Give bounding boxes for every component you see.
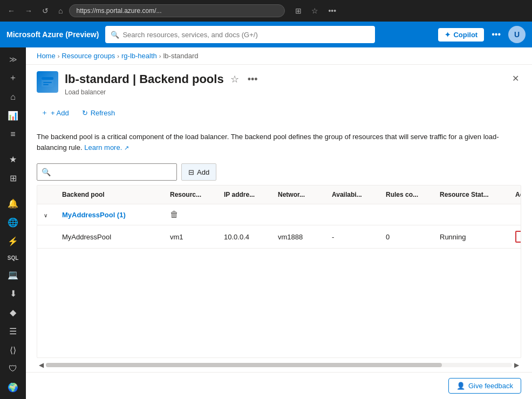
copilot-button[interactable]: ✦ Copilot: [438, 28, 484, 42]
row-resource-status: Running: [435, 228, 511, 246]
scroll-track[interactable]: [46, 363, 512, 367]
sidebar-item-globe2[interactable]: 🌍: [2, 379, 24, 396]
favorite-button[interactable]: ☆: [228, 71, 241, 87]
group-empty-6: [381, 209, 435, 220]
sidebar-item-resources[interactable]: ⊞: [2, 170, 24, 187]
feedback-icon: 👤: [456, 382, 465, 390]
back-button[interactable]: ←: [4, 4, 18, 17]
favorites-button[interactable]: ☆: [309, 5, 321, 17]
add-icon: ＋: [41, 108, 48, 118]
admin-state-badge: None: [515, 231, 521, 243]
close-button[interactable]: ✕: [510, 71, 521, 86]
row-ip-address: 10.0.0.4: [220, 228, 274, 246]
delete-group-button[interactable]: 🗑: [170, 210, 179, 219]
sidebar-item-lightning[interactable]: ⚡: [2, 233, 24, 250]
row-resource: vm1: [166, 228, 220, 246]
browser-toolbar: ⊞ ☆ •••: [292, 5, 339, 17]
col-network: Networ...: [274, 185, 328, 204]
row-admin-state: None: [511, 225, 521, 248]
page-footer: 👤 Give feedback: [26, 372, 532, 399]
group-empty-3: [220, 209, 274, 220]
copilot-icon: ✦: [445, 31, 451, 39]
refresh-icon: ↻: [82, 109, 88, 117]
horizontal-scrollbar[interactable]: ◀ ▶: [26, 358, 532, 372]
azure-search-bar[interactable]: 🔍: [105, 26, 375, 43]
resource-icon: [37, 71, 58, 93]
table-row: MyAddressPool vm1 10.0.0.4 vm1888 - 0 Ru…: [37, 225, 521, 249]
col-expand: [42, 185, 58, 204]
scroll-right-button[interactable]: ▶: [512, 360, 521, 370]
home-button[interactable]: ⌂: [55, 4, 66, 17]
sidebar-item-list[interactable]: ☰: [2, 323, 24, 340]
row-backend-pool: MyAddressPool: [58, 228, 166, 246]
filter-input[interactable]: [51, 168, 172, 176]
scroll-left-button[interactable]: ◀: [37, 360, 46, 370]
group-expand-cell: ∨: [42, 205, 58, 224]
search-box-icon: 🔍: [42, 168, 51, 176]
sidebar-item-vm[interactable]: 💻: [2, 266, 24, 283]
sidebar-item-activity[interactable]: ≡: [2, 126, 24, 142]
group-empty-5: [328, 209, 381, 220]
sidebar-item-monitor[interactable]: 🔔: [2, 195, 24, 212]
sidebar-expand-button[interactable]: ≫: [2, 52, 24, 67]
col-ip-address: IP addre...: [220, 185, 274, 204]
page-subtitle: Load balancer: [65, 88, 503, 96]
forward-button[interactable]: →: [22, 4, 36, 17]
group-chevron-icon[interactable]: ∨: [44, 212, 47, 218]
svg-rect-2: [43, 82, 52, 83]
filter-bar: 🔍 ⊟ Add: [26, 159, 532, 185]
topbar-right-actions: ✦ Copilot ••• U: [438, 26, 526, 43]
breadcrumb-sep-1: ›: [58, 53, 60, 59]
learn-more-link[interactable]: Learn more.: [84, 143, 122, 152]
sidebar-item-favorites[interactable]: ★: [2, 151, 24, 168]
reload-button[interactable]: ↺: [39, 4, 52, 17]
col-admin-state: Admin state: [511, 185, 521, 204]
group-empty-7: [435, 209, 511, 220]
browser-more-button[interactable]: •••: [325, 5, 339, 17]
main-layout: ≫ ＋ ⌂ 📊 ≡ ★ ⊞ 🔔 🌐 ⚡ SQL 💻 ⬇ ◆ ☰ ⟨⟩ 🛡 🌍 👤…: [0, 47, 532, 399]
row-availability: -: [328, 228, 381, 246]
sidebar-item-sql[interactable]: SQL: [2, 252, 24, 264]
refresh-button[interactable]: ↻ Refresh: [78, 106, 120, 120]
breadcrumb-home[interactable]: Home: [37, 52, 56, 60]
sidebar-item-globe[interactable]: 🌐: [2, 214, 24, 231]
search-box[interactable]: 🔍: [37, 163, 177, 181]
group-name[interactable]: MyAddressPool (1): [62, 211, 161, 219]
add-button[interactable]: ＋ + Add: [37, 105, 73, 121]
breadcrumb-sep-2: ›: [117, 53, 119, 59]
topbar-more-button[interactable]: •••: [488, 27, 504, 42]
svg-rect-1: [42, 77, 53, 80]
page-more-button[interactable]: •••: [245, 72, 260, 87]
col-availability: Availabi...: [328, 185, 381, 204]
sidebar-item-home[interactable]: ⌂: [2, 89, 24, 105]
sidebar-item-diamond[interactable]: ◆: [2, 304, 24, 321]
azure-search-input[interactable]: [122, 31, 370, 39]
give-feedback-button[interactable]: 👤 Give feedback: [448, 378, 521, 394]
svg-rect-3: [43, 84, 49, 85]
breadcrumb: Home › Resource groups › rg-lb-health › …: [26, 47, 532, 65]
toolbar: ＋ + Add ↻ Refresh: [26, 100, 532, 125]
breadcrumb-rg[interactable]: rg-lb-health: [121, 52, 157, 60]
page-header: lb-standard | Backend pools ☆ ••• Load b…: [26, 65, 532, 100]
page-title: lb-standard | Backend pools ☆ •••: [65, 71, 503, 87]
extensions-button[interactable]: ⊞: [292, 5, 304, 17]
sidebar-item-dashboard[interactable]: 📊: [2, 107, 24, 124]
scroll-thumb: [46, 363, 442, 367]
col-resource-status: Resource Stat...: [435, 185, 511, 204]
filter-icon: ⊟: [188, 168, 194, 176]
filter-add-button[interactable]: ⊟ Add: [181, 163, 216, 181]
sidebar-item-code[interactable]: ⟨⟩: [2, 342, 24, 359]
group-empty-4: [274, 209, 328, 220]
content-area: Home › Resource groups › rg-lb-health › …: [26, 47, 532, 399]
search-icon: 🔍: [111, 31, 119, 39]
breadcrumb-resource-groups[interactable]: Resource groups: [62, 52, 115, 60]
user-avatar[interactable]: U: [508, 26, 526, 43]
col-rules: Rules co...: [381, 185, 435, 204]
sidebar-item-shield[interactable]: 🛡: [2, 361, 24, 377]
sidebar-item-download[interactable]: ⬇: [2, 285, 24, 302]
sidebar-item-new[interactable]: ＋: [2, 69, 24, 87]
sidebar: ≫ ＋ ⌂ 📊 ≡ ★ ⊞ 🔔 🌐 ⚡ SQL 💻 ⬇ ◆ ☰ ⟨⟩ 🛡 🌍 👤: [0, 47, 26, 399]
row-network: vm1888: [274, 228, 328, 246]
address-bar[interactable]: https://ms.portal.azure.com/...: [69, 4, 285, 17]
table-header: Backend pool Resourc... IP addre... Netw…: [37, 185, 521, 204]
